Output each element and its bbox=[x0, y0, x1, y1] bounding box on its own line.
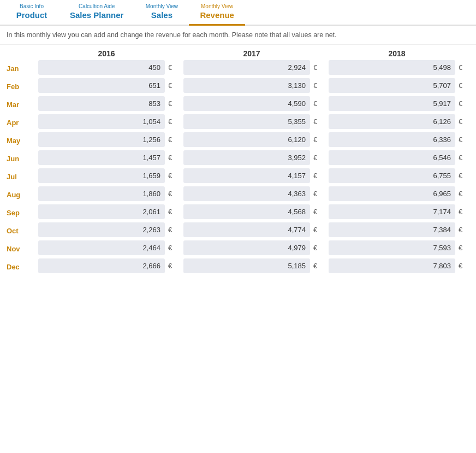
revenue-cell-jan-2016: € bbox=[34, 60, 179, 75]
currency-symbol: € bbox=[313, 99, 320, 108]
tab-sales-planner[interactable]: Calcultion AideSales Planner bbox=[59, 0, 134, 26]
tab-sub-label: Calcultion Aide bbox=[79, 3, 115, 9]
revenue-input-apr-2016[interactable] bbox=[38, 114, 165, 129]
description-text: In this monthly view you can add and cha… bbox=[0, 26, 476, 45]
revenue-input-mar-2017[interactable] bbox=[183, 96, 310, 111]
year-header-2017: 2017 bbox=[179, 49, 324, 58]
revenue-input-nov-2018[interactable] bbox=[329, 240, 455, 255]
revenue-input-feb-2016[interactable] bbox=[38, 78, 165, 93]
revenue-cell-sep-2017: € bbox=[179, 204, 324, 219]
tab-sub-label: Monthly View bbox=[146, 3, 178, 9]
revenue-input-may-2018[interactable] bbox=[329, 132, 455, 147]
revenue-cell-mar-2018: € bbox=[324, 96, 469, 111]
revenue-input-jan-2018[interactable] bbox=[329, 60, 455, 75]
revenue-input-apr-2018[interactable] bbox=[329, 114, 455, 129]
tab-monthly-sales[interactable]: Monthly ViewSales bbox=[134, 0, 189, 26]
month-row-may: May€€€ bbox=[7, 132, 469, 147]
month-label-oct: Oct bbox=[7, 225, 34, 235]
currency-symbol: € bbox=[313, 262, 320, 270]
revenue-input-sep-2018[interactable] bbox=[329, 204, 455, 219]
revenue-input-oct-2018[interactable] bbox=[329, 222, 455, 237]
revenue-cell-apr-2018: € bbox=[324, 114, 469, 129]
month-label-dec: Dec bbox=[7, 261, 34, 271]
revenue-input-dec-2016[interactable] bbox=[38, 258, 165, 273]
month-row-nov: Nov€€€ bbox=[7, 240, 469, 255]
revenue-input-aug-2018[interactable] bbox=[329, 186, 455, 201]
currency-symbol: € bbox=[313, 117, 320, 126]
revenue-input-may-2016[interactable] bbox=[38, 132, 165, 147]
month-row-aug: Aug€€€ bbox=[7, 186, 469, 201]
revenue-input-jan-2016[interactable] bbox=[38, 60, 165, 75]
currency-symbol: € bbox=[168, 190, 175, 198]
currency-symbol: € bbox=[313, 208, 320, 216]
revenue-input-sep-2017[interactable] bbox=[183, 204, 310, 219]
revenue-input-jan-2017[interactable] bbox=[183, 60, 310, 75]
currency-symbol: € bbox=[313, 244, 320, 252]
revenue-cell-mar-2016: € bbox=[34, 96, 179, 111]
revenue-cell-jul-2018: € bbox=[324, 168, 469, 183]
revenue-input-apr-2017[interactable] bbox=[183, 114, 310, 129]
revenue-input-aug-2017[interactable] bbox=[183, 186, 310, 201]
revenue-cell-may-2017: € bbox=[179, 132, 324, 147]
revenue-input-jul-2017[interactable] bbox=[183, 168, 310, 183]
revenue-cell-nov-2018: € bbox=[324, 240, 469, 255]
revenue-input-nov-2016[interactable] bbox=[38, 240, 165, 255]
year-header-2018: 2018 bbox=[324, 49, 469, 58]
month-row-feb: Feb€€€ bbox=[7, 78, 469, 93]
tab-monthly-revenue[interactable]: Monthly ViewRevenue bbox=[189, 0, 245, 26]
currency-symbol: € bbox=[459, 154, 465, 162]
month-label-apr: Apr bbox=[7, 116, 34, 127]
tabs-container: Basic InfoProductCalcultion AideSales Pl… bbox=[0, 0, 476, 26]
tab-main-label: Product bbox=[16, 10, 47, 20]
revenue-input-feb-2018[interactable] bbox=[329, 78, 455, 93]
month-label-feb: Feb bbox=[7, 80, 34, 91]
month-row-jan: Jan€€€ bbox=[7, 60, 469, 75]
revenue-input-feb-2017[interactable] bbox=[183, 78, 310, 93]
revenue-input-mar-2016[interactable] bbox=[38, 96, 165, 111]
revenue-cell-apr-2016: € bbox=[34, 114, 179, 129]
revenue-cell-oct-2017: € bbox=[179, 222, 324, 237]
currency-symbol: € bbox=[168, 208, 175, 216]
currency-symbol: € bbox=[168, 63, 175, 72]
revenue-input-nov-2017[interactable] bbox=[183, 240, 310, 255]
currency-symbol: € bbox=[459, 262, 465, 270]
revenue-cell-jun-2017: € bbox=[179, 150, 324, 165]
currency-symbol: € bbox=[459, 226, 465, 234]
currency-symbol: € bbox=[459, 190, 465, 198]
revenue-input-mar-2018[interactable] bbox=[329, 96, 455, 111]
revenue-input-jun-2016[interactable] bbox=[38, 150, 165, 165]
grid-container: 201620172018 Jan€€€Feb€€€Mar€€€Apr€€€May… bbox=[0, 49, 476, 273]
revenue-input-may-2017[interactable] bbox=[183, 132, 310, 147]
currency-symbol: € bbox=[168, 172, 175, 180]
tab-basic-info[interactable]: Basic InfoProduct bbox=[4, 0, 59, 26]
revenue-input-jun-2018[interactable] bbox=[329, 150, 455, 165]
revenue-input-jul-2016[interactable] bbox=[38, 168, 165, 183]
revenue-input-jun-2017[interactable] bbox=[183, 150, 310, 165]
revenue-input-dec-2018[interactable] bbox=[329, 258, 455, 273]
currency-symbol: € bbox=[313, 226, 320, 234]
month-label-jul: Jul bbox=[7, 170, 34, 181]
month-label-aug: Aug bbox=[7, 189, 34, 199]
currency-symbol: € bbox=[313, 154, 320, 162]
revenue-input-dec-2017[interactable] bbox=[183, 258, 310, 273]
revenue-cell-sep-2016: € bbox=[34, 204, 179, 219]
revenue-input-oct-2016[interactable] bbox=[38, 222, 165, 237]
tab-main-label: Revenue bbox=[200, 10, 234, 20]
revenue-cell-nov-2016: € bbox=[34, 240, 179, 255]
revenue-cell-jan-2017: € bbox=[179, 60, 324, 75]
revenue-input-sep-2016[interactable] bbox=[38, 204, 165, 219]
currency-symbol: € bbox=[168, 244, 175, 252]
currency-symbol: € bbox=[459, 208, 465, 216]
revenue-input-oct-2017[interactable] bbox=[183, 222, 310, 237]
revenue-input-jul-2018[interactable] bbox=[329, 168, 455, 183]
revenue-cell-feb-2018: € bbox=[324, 78, 469, 93]
revenue-cell-sep-2018: € bbox=[324, 204, 469, 219]
currency-symbol: € bbox=[459, 244, 465, 252]
currency-symbol: € bbox=[168, 81, 175, 90]
revenue-cell-feb-2016: € bbox=[34, 78, 179, 93]
currency-symbol: € bbox=[168, 154, 175, 162]
month-label-sep: Sep bbox=[7, 207, 34, 217]
revenue-input-aug-2016[interactable] bbox=[38, 186, 165, 201]
month-row-mar: Mar€€€ bbox=[7, 96, 469, 111]
revenue-cell-may-2016: € bbox=[34, 132, 179, 147]
